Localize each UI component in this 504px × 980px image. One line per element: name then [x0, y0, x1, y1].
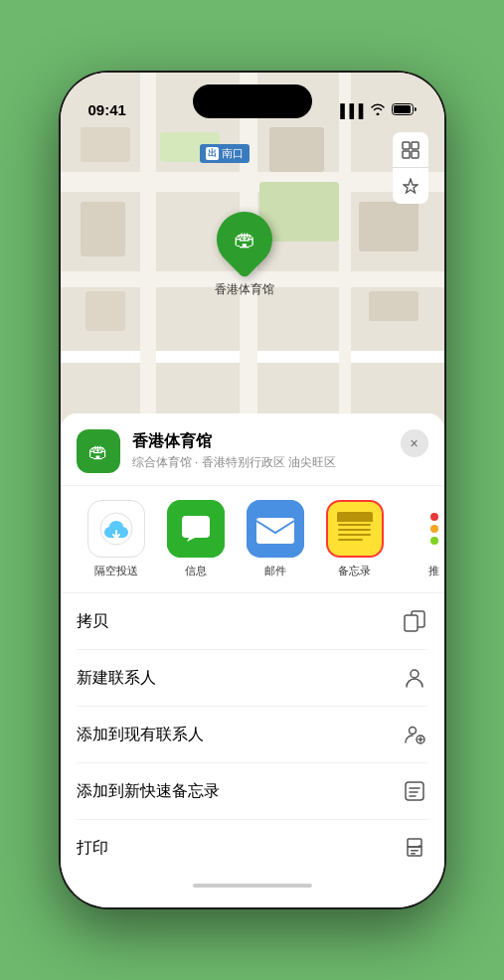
note-icon [401, 777, 428, 805]
action-new-contact[interactable]: 新建联系人 [77, 650, 428, 707]
action-list: 拷贝 新建联系人 [61, 593, 444, 876]
phone-screen: 09:41 ▐▐▐ [61, 73, 444, 907]
dynamic-island [193, 84, 312, 118]
action-add-existing[interactable]: 添加到现有联系人 [77, 707, 428, 763]
stadium-icon: 🏟 [234, 227, 255, 252]
svg-rect-5 [412, 151, 419, 158]
share-messages[interactable]: 信息 [156, 500, 236, 578]
map-controls [393, 132, 428, 204]
action-quick-note[interactable]: 添加到新快速备忘录 [77, 763, 428, 820]
location-button[interactable] [393, 168, 428, 204]
svg-rect-2 [403, 142, 410, 149]
person-icon [401, 664, 428, 692]
status-time: 09:41 [88, 101, 126, 118]
svg-rect-9 [256, 518, 294, 544]
person-add-icon [401, 721, 428, 748]
wifi-icon [370, 103, 386, 118]
svg-point-12 [411, 670, 419, 678]
svg-rect-15 [406, 782, 423, 800]
notes-icon [326, 500, 384, 558]
messages-label: 信息 [185, 564, 207, 578]
venue-icon: 🏟 [77, 429, 120, 473]
svg-point-19 [419, 845, 420, 847]
sheet-title-block: 香港体育馆 综合体育馆 · 香港特别行政区 油尖旺区 [132, 431, 428, 471]
status-icons: ▐▐▐ [336, 103, 417, 118]
print-icon [401, 834, 428, 862]
home-indicator [61, 876, 444, 888]
pin-marker: 🏟 [205, 200, 283, 278]
share-airdrop[interactable]: 隔空投送 [77, 500, 156, 578]
messages-icon [167, 500, 225, 558]
share-more[interactable]: 推 [395, 500, 444, 578]
share-mail[interactable]: 邮件 [236, 500, 315, 578]
map-direction-label: 出 南口 [200, 144, 250, 163]
stadium-pin: 🏟 香港体育馆 [215, 212, 274, 298]
battery-icon [392, 103, 417, 118]
notes-label: 备忘录 [338, 564, 371, 578]
quick-note-label: 添加到新快速备忘录 [77, 781, 220, 802]
more-icon [406, 500, 444, 558]
mail-label: 邮件 [264, 564, 286, 578]
phone-frame: 09:41 ▐▐▐ [59, 71, 446, 909]
mail-icon [247, 500, 304, 558]
share-notes[interactable]: 备忘录 [315, 500, 395, 578]
airdrop-label: 隔空投送 [94, 564, 138, 578]
svg-rect-11 [405, 615, 418, 631]
sheet-header: 🏟 香港体育馆 综合体育馆 · 香港特别行政区 油尖旺区 × [61, 413, 444, 486]
airdrop-icon [87, 500, 145, 558]
add-existing-label: 添加到现有联系人 [77, 725, 204, 745]
pin-label: 香港体育馆 [215, 281, 274, 298]
svg-rect-3 [412, 142, 419, 149]
print-label: 打印 [77, 838, 108, 859]
more-label: 推 [428, 564, 439, 578]
sheet-close-button[interactable]: × [401, 429, 428, 457]
action-copy[interactable]: 拷贝 [77, 593, 428, 650]
svg-point-13 [409, 728, 416, 735]
new-contact-label: 新建联系人 [77, 668, 156, 689]
bottom-sheet: 🏟 香港体育馆 综合体育馆 · 香港特别行政区 油尖旺区 × [61, 413, 444, 907]
map-view-button[interactable] [393, 132, 428, 168]
svg-rect-17 [411, 850, 419, 852]
signal-icon: ▐▐▐ [336, 103, 364, 118]
venue-subtitle: 综合体育馆 · 香港特别行政区 油尖旺区 [132, 454, 428, 471]
copy-icon [401, 607, 428, 635]
svg-rect-18 [411, 853, 416, 855]
venue-name: 香港体育馆 [132, 431, 428, 452]
copy-label: 拷贝 [77, 611, 108, 632]
action-print[interactable]: 打印 [77, 820, 428, 876]
svg-rect-4 [403, 151, 410, 158]
svg-rect-1 [394, 105, 411, 113]
share-row: 隔空投送 信息 [61, 486, 444, 593]
